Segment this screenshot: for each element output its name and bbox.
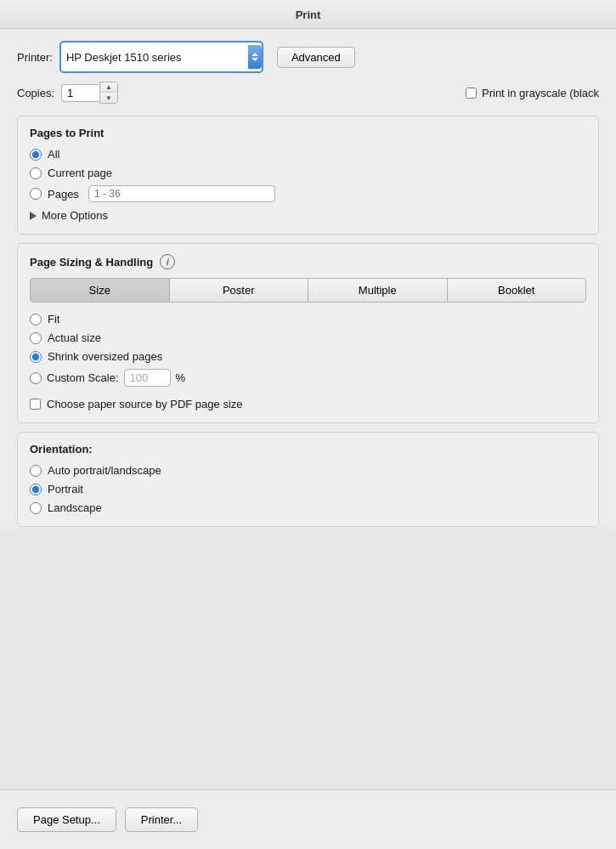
shrink-radio[interactable] [30, 351, 42, 363]
main-content: Printer: HP Deskjet 1510 series Advanced… [0, 29, 616, 527]
all-radio[interactable] [30, 149, 42, 161]
orientation-section: Orientation: Auto portrait/landscape Por… [17, 432, 599, 527]
grayscale-wrap: Print in grayscale (black [466, 87, 599, 99]
tab-multiple[interactable]: Multiple [308, 278, 447, 303]
custom-scale-input[interactable] [124, 369, 171, 387]
all-radio-row: All [30, 148, 586, 161]
more-options-label: More Options [42, 209, 108, 222]
dropdown-arrow-icon [248, 45, 262, 69]
shrink-radio-row: Shrink oversized pages [30, 350, 586, 363]
printer-label: Printer: [17, 51, 53, 64]
auto-orientation-row: Auto portrait/landscape [30, 464, 586, 477]
copies-stepper: 1 ▲ ▼ [61, 82, 118, 104]
title-bar: Print [0, 0, 616, 29]
page-setup-button[interactable]: Page Setup... [17, 807, 116, 832]
printer-row: Printer: HP Deskjet 1510 series Advanced [17, 41, 599, 73]
landscape-radio[interactable] [30, 502, 42, 514]
current-page-radio-row: Current page [30, 167, 586, 179]
fit-radio-row: Fit [30, 313, 586, 325]
advanced-button[interactable]: Advanced [277, 47, 355, 68]
custom-scale-label: Custom Scale: [47, 371, 119, 384]
landscape-row: Landscape [30, 501, 586, 514]
stepper-buttons: ▲ ▼ [99, 82, 118, 104]
fit-radio[interactable] [30, 314, 42, 325]
pages-radio-group: All Current page Pages [30, 148, 586, 202]
pages-range-input[interactable] [88, 185, 275, 202]
orientation-radio-group: Auto portrait/landscape Portrait Landsca… [30, 464, 586, 514]
copies-increment-button[interactable]: ▲ [100, 82, 117, 93]
fit-label: Fit [48, 313, 59, 325]
orientation-title: Orientation: [30, 443, 586, 456]
grayscale-label: Print in grayscale (black [482, 87, 599, 99]
more-options-triangle-icon [30, 212, 37, 220]
paper-source-checkbox[interactable] [30, 399, 41, 410]
info-icon[interactable]: i [160, 254, 175, 269]
bottom-bar: Page Setup... Printer... [0, 790, 616, 849]
copies-label: Copies: [17, 87, 54, 99]
current-page-label: Current page [48, 167, 112, 179]
actual-size-label: Actual size [48, 331, 101, 344]
page-sizing-title: Page Sizing & Handling [30, 256, 153, 269]
more-options-row[interactable]: More Options [30, 209, 586, 222]
pages-radio-row: Pages [30, 185, 586, 202]
portrait-radio[interactable] [30, 484, 42, 495]
shrink-label: Shrink oversized pages [48, 350, 162, 363]
custom-scale-unit: % [176, 371, 186, 384]
printer-value: HP Deskjet 1510 series [66, 51, 182, 64]
custom-scale-radio[interactable] [30, 372, 42, 384]
auto-orientation-label: Auto portrait/landscape [48, 464, 161, 477]
printer-dropdown[interactable]: HP Deskjet 1510 series [59, 41, 263, 73]
current-page-radio[interactable] [30, 167, 42, 179]
grayscale-checkbox[interactable] [466, 88, 477, 99]
tab-booklet[interactable]: Booklet [447, 278, 587, 303]
portrait-label: Portrait [48, 483, 83, 495]
all-label: All [48, 148, 59, 161]
portrait-row: Portrait [30, 483, 586, 495]
actual-size-radio[interactable] [30, 332, 42, 344]
custom-scale-row: Custom Scale: % [30, 369, 586, 387]
landscape-label: Landscape [48, 501, 102, 514]
pages-radio[interactable] [30, 188, 42, 200]
size-options: Fit Actual size Shrink oversized pages C… [30, 313, 586, 410]
paper-source-label: Choose paper source by PDF page size [47, 398, 243, 410]
tab-size[interactable]: Size [30, 278, 169, 303]
printer-button[interactable]: Printer... [125, 807, 198, 832]
window-title: Print [296, 8, 321, 21]
auto-orientation-radio[interactable] [30, 465, 42, 477]
pages-to-print-title: Pages to Print [30, 127, 586, 139]
tab-poster[interactable]: Poster [169, 278, 308, 303]
page-sizing-header: Page Sizing & Handling i [30, 254, 586, 269]
pages-label: Pages [48, 188, 79, 201]
copies-decrement-button[interactable]: ▼ [100, 93, 117, 103]
actual-size-radio-row: Actual size [30, 331, 586, 344]
copies-row: Copies: 1 ▲ ▼ Print in grayscale (black [17, 82, 599, 104]
pages-to-print-section: Pages to Print All Current page Pages Mo… [17, 116, 599, 235]
copies-input[interactable]: 1 [61, 84, 99, 102]
page-sizing-tabs: Size Poster Multiple Booklet [30, 278, 586, 303]
page-sizing-section: Page Sizing & Handling i Size Poster Mul… [17, 243, 599, 423]
paper-source-row: Choose paper source by PDF page size [30, 398, 586, 410]
